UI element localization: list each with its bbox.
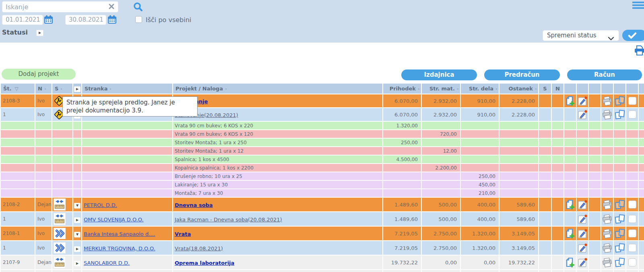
cell-expander: ▶	[73, 212, 81, 226]
izdajnica-button[interactable]: Izdajnica	[401, 70, 477, 80]
edit-icon[interactable]	[577, 96, 588, 106]
statusi-label: Statusi	[2, 29, 28, 36]
clear-search-icon[interactable]	[108, 3, 115, 10]
row-checkbox[interactable]	[628, 215, 636, 223]
cell-empty	[614, 172, 625, 180]
column-header-Prihodek[interactable]: Prihodek	[383, 84, 421, 94]
column-header-Št.[interactable]: Št.▽	[1, 84, 35, 94]
statusi-expander-button[interactable]: ▶	[36, 30, 43, 36]
row-expander-button[interactable]: ▼	[74, 203, 80, 209]
edit-icon[interactable]	[577, 214, 588, 225]
row-expander-button[interactable]: ▶	[74, 217, 80, 223]
project-link[interactable]: Vrata	[175, 231, 191, 237]
filter-icon[interactable]: ▽	[15, 86, 19, 92]
copy-icon[interactable]	[614, 214, 625, 225]
client-link[interactable]: PETROL D.D.	[84, 202, 117, 208]
add-document-icon[interactable]	[565, 199, 576, 210]
menu-icon[interactable]	[632, 2, 644, 10]
row-checkbox[interactable]	[628, 110, 636, 119]
detail-row: Storitev Montaža; 1 ura x 1212,00	[1, 147, 644, 155]
search-content-checkbox[interactable]	[135, 16, 142, 23]
edit-icon[interactable]	[577, 243, 588, 254]
predracun-button[interactable]: Predračun	[484, 70, 560, 80]
add-document-icon[interactable]	[565, 257, 576, 268]
column-header-N[interactable]: N	[35, 84, 52, 94]
edit-icon[interactable]	[577, 199, 588, 210]
row-expander-button[interactable]: ▼	[74, 232, 80, 237]
calendar-icon[interactable]	[43, 14, 54, 26]
row-expander-button[interactable]: ▶	[74, 246, 80, 252]
print-icon[interactable]	[602, 110, 613, 120]
measure-icon[interactable]	[54, 213, 66, 225]
print-icon[interactable]	[602, 243, 613, 253]
column-header-Str. mat.[interactable]: Str. mat.	[422, 84, 460, 94]
row-checkbox[interactable]	[628, 97, 636, 105]
column-header-S[interactable]: S	[52, 84, 72, 94]
project-link[interactable]: Jaka Racman - Dnevna soba(20.08.2021)	[175, 217, 282, 223]
column-header-Projekt / Naloga[interactable]: Projekt / Naloga	[173, 84, 382, 94]
column-header-S[interactable]: S	[539, 84, 551, 94]
print-icon[interactable]	[602, 96, 613, 106]
date-from-input[interactable]: 01.01.2021	[2, 15, 43, 25]
cell-edit-icon	[577, 270, 588, 272]
sort-icon	[496, 88, 497, 90]
add-document-icon[interactable]	[565, 96, 576, 106]
measure-icon[interactable]	[54, 256, 66, 268]
measure-icon[interactable]	[54, 198, 66, 211]
cell-empty	[577, 147, 588, 155]
cell-edit-icon	[577, 241, 588, 255]
cell-prihodek: 1.489,60	[383, 198, 421, 211]
chevrons-icon[interactable]	[54, 228, 66, 239]
row-checkbox[interactable]	[628, 258, 636, 266]
copy-icon[interactable]	[614, 96, 625, 106]
column-header-N[interactable]: N	[552, 84, 564, 94]
copy-icon[interactable]	[614, 243, 625, 254]
apply-status-button[interactable]	[622, 30, 644, 41]
sort-icon	[535, 88, 537, 90]
client-link[interactable]: OMV SLOVENIJA D.O.O.	[84, 217, 144, 223]
column-header-Str. dela[interactable]: Str. dela	[461, 84, 499, 94]
calendar-icon[interactable]	[107, 14, 117, 26]
project-link[interactable]: Vrata(18.08.2021)	[175, 245, 223, 252]
copy-icon[interactable]	[614, 257, 625, 268]
row-checkbox[interactable]	[628, 200, 636, 209]
edit-icon[interactable]	[577, 109, 588, 120]
search-icon[interactable]	[133, 2, 143, 14]
add-project-button[interactable]: Dodaj projekt	[2, 69, 76, 80]
expand-all-button[interactable]: ▶	[74, 86, 80, 92]
row-checkbox[interactable]	[628, 229, 636, 237]
print-icon[interactable]	[634, 45, 644, 57]
client-link[interactable]: MERKUR TRGOVINA, D.O.O.	[84, 245, 155, 252]
date-to-input[interactable]: 30.08.2021	[65, 15, 106, 25]
copy-icon[interactable]	[614, 228, 625, 239]
racun-button[interactable]: Račun	[567, 70, 642, 80]
detail-row: Vrata 90 cm bukev; 6 KOS x 2201.320,00	[1, 122, 644, 129]
project-link[interactable]: Dnevna soba	[175, 202, 213, 208]
column-header-Ostanek[interactable]: Ostanek	[500, 84, 538, 94]
row-checkbox[interactable]	[628, 244, 636, 252]
cell-owner: Dejan	[35, 256, 52, 269]
edit-icon[interactable]	[577, 257, 588, 268]
row-expander-button[interactable]: ▶	[74, 261, 80, 266]
edit-icon[interactable]	[577, 228, 588, 239]
column-header-Stranka[interactable]: Stranka	[82, 84, 172, 94]
add-document-icon[interactable]	[565, 228, 576, 239]
cell-empty	[601, 147, 613, 155]
cell-action-empty	[589, 212, 601, 226]
change-status-select[interactable]: Spremeni status	[543, 30, 619, 41]
copy-icon[interactable]	[614, 199, 625, 210]
project-link[interactable]: Oprema laboratorija	[175, 260, 234, 266]
cell-owner: Dejan	[35, 198, 52, 211]
chevrons-icon[interactable]	[54, 242, 66, 254]
print-icon[interactable]	[602, 214, 613, 224]
client-link[interactable]: Banka Intesa Sanpaolo d....	[84, 231, 155, 237]
search-input[interactable]	[2, 1, 118, 12]
print-icon[interactable]	[602, 258, 613, 268]
cell-empty	[82, 189, 172, 197]
print-icon[interactable]	[602, 229, 613, 239]
cell-ostanek	[500, 122, 538, 129]
client-link[interactable]: SANOLABOR D.D.	[84, 260, 130, 266]
copy-icon[interactable]	[614, 109, 625, 120]
cell-empty	[35, 172, 52, 180]
print-icon[interactable]	[602, 200, 613, 210]
